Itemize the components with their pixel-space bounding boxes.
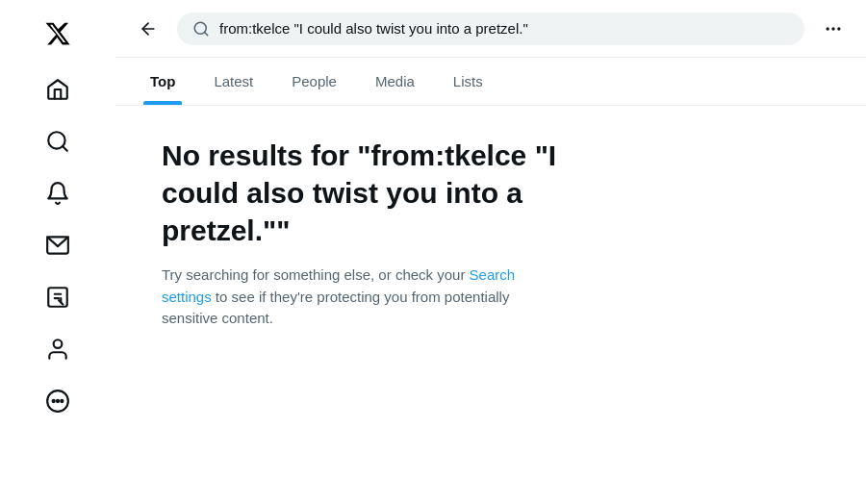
svg-point-12 xyxy=(61,400,63,402)
sidebar-item-compose[interactable] xyxy=(34,273,82,321)
tab-media[interactable]: Media xyxy=(356,58,434,105)
tab-top[interactable]: Top xyxy=(131,58,194,105)
sidebar-item-more[interactable] xyxy=(34,377,82,425)
back-button[interactable] xyxy=(131,12,166,46)
tab-lists[interactable]: Lists xyxy=(434,58,502,105)
sidebar-item-home[interactable] xyxy=(34,65,82,113)
tab-latest[interactable]: Latest xyxy=(194,58,272,105)
search-query-text[interactable]: from:tkelce "I could also twist you into… xyxy=(219,20,789,37)
search-nav-icon xyxy=(45,129,70,154)
more-circle-icon xyxy=(45,389,70,414)
header-more-button[interactable] xyxy=(816,12,851,46)
search-results-area: No results for "from:tkelce "I could als… xyxy=(115,106,866,504)
search-bar-icon xyxy=(192,20,210,38)
no-results-heading: No results for "from:tkelce "I could als… xyxy=(162,137,604,249)
home-icon xyxy=(45,77,70,102)
sidebar-item-notifications[interactable] xyxy=(34,169,82,217)
sidebar-logo[interactable] xyxy=(34,10,82,58)
ellipsis-icon xyxy=(824,19,843,38)
svg-line-15 xyxy=(204,32,207,35)
no-results-text-after: to see if they're protecting you from po… xyxy=(162,289,509,327)
svg-point-8 xyxy=(54,340,63,348)
search-header: from:tkelce "I could also twist you into… xyxy=(115,0,866,58)
tab-people[interactable]: People xyxy=(272,58,356,105)
svg-point-17 xyxy=(831,27,834,30)
back-arrow-icon xyxy=(139,19,158,38)
svg-point-11 xyxy=(57,400,59,402)
svg-point-10 xyxy=(53,400,55,402)
x-logo-icon xyxy=(44,20,71,47)
sidebar xyxy=(0,0,115,504)
no-results-subtext: Try searching for something else, or che… xyxy=(162,265,566,330)
no-results-text-before: Try searching for something else, or che… xyxy=(162,266,470,283)
svg-line-7 xyxy=(59,300,63,304)
svg-point-18 xyxy=(837,27,840,30)
mail-icon xyxy=(45,233,70,258)
sidebar-item-profile[interactable] xyxy=(34,325,82,373)
bell-icon xyxy=(45,181,70,206)
search-tabs: Top Latest People Media Lists xyxy=(115,58,866,106)
compose-icon xyxy=(45,285,70,310)
profile-icon xyxy=(45,337,70,362)
svg-line-1 xyxy=(63,146,67,151)
sidebar-item-search[interactable] xyxy=(34,117,82,165)
svg-point-16 xyxy=(827,27,829,30)
main-content: from:tkelce "I could also twist you into… xyxy=(115,0,866,504)
sidebar-item-messages[interactable] xyxy=(34,221,82,269)
search-bar[interactable]: from:tkelce "I could also twist you into… xyxy=(177,13,804,45)
